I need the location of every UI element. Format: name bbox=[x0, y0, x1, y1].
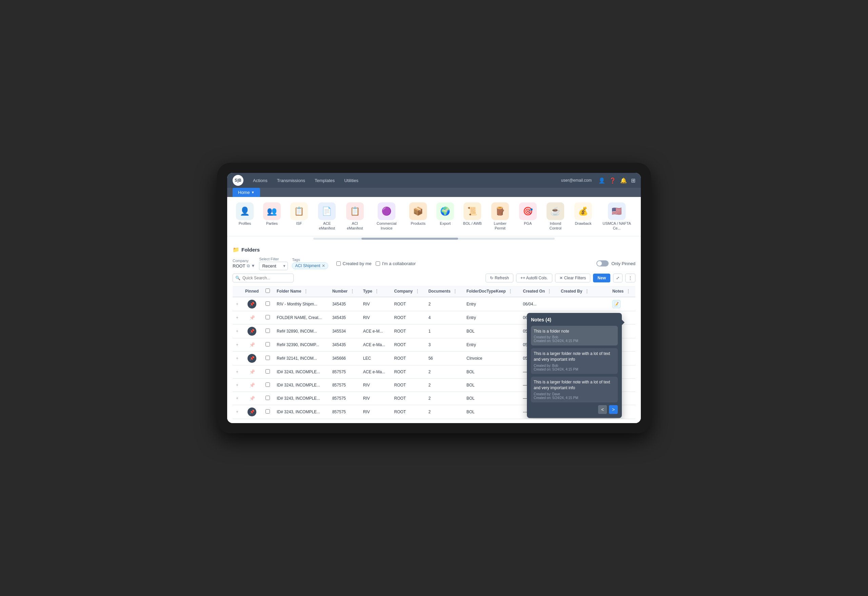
row-5-folder-name: ID# 3243, INCOMPLE... bbox=[273, 365, 329, 378]
quick-search-input[interactable] bbox=[233, 274, 294, 282]
collaborator-checkbox[interactable] bbox=[376, 261, 380, 266]
icon-pga[interactable]: 🎯 PGA bbox=[516, 201, 540, 232]
row-1-checkbox[interactable] bbox=[262, 311, 273, 324]
row-5-pinned[interactable]: 📌 bbox=[242, 365, 262, 378]
icon-export[interactable]: 🌍 Export bbox=[433, 201, 458, 232]
clear-filters-button[interactable]: ✕ Clear Filters bbox=[555, 274, 590, 282]
icon-bol-awb[interactable]: 📜 BOL / AWB bbox=[460, 201, 484, 232]
row-4-pinned[interactable]: 📌 bbox=[242, 351, 262, 365]
icon-profiles[interactable]: 👤 Profiles bbox=[233, 201, 257, 232]
row-0-note[interactable]: 📝 bbox=[609, 297, 635, 311]
row-1-pinned[interactable]: 📌 bbox=[242, 311, 262, 324]
row-3-expand[interactable]: + bbox=[233, 338, 242, 351]
col-folder-name-menu-icon[interactable]: ⋮ bbox=[304, 289, 308, 294]
row-checkbox[interactable] bbox=[266, 315, 270, 319]
select-filter-dropdown[interactable]: Recent All Archived bbox=[259, 262, 288, 270]
note-item-3[interactable]: This is a larger folder note with a lot … bbox=[531, 377, 618, 403]
row-0-folder-name: RIV - Monthly Shipm... bbox=[273, 297, 329, 311]
row-8-checkbox[interactable] bbox=[262, 405, 273, 419]
row-8-pinned[interactable]: 📌 bbox=[242, 405, 262, 419]
col-dtype-menu-icon[interactable]: ⋮ bbox=[508, 289, 512, 294]
note-button[interactable]: 📝 bbox=[613, 300, 620, 308]
icon-usmca[interactable]: 🇺🇸 USMCA / NAFTA Ce... bbox=[598, 201, 635, 232]
row-5-checkbox[interactable] bbox=[262, 365, 273, 378]
row-7-expand[interactable]: + bbox=[233, 392, 242, 405]
device-frame: S|B Actions Transmissions Templates Util… bbox=[217, 163, 651, 433]
col-createdby-menu-icon[interactable]: ⋮ bbox=[585, 289, 589, 294]
row-7-checkbox[interactable] bbox=[262, 392, 273, 405]
nav-transmissions[interactable]: Transmissions bbox=[273, 176, 309, 185]
row-7-pinned[interactable]: 📌 bbox=[242, 392, 262, 405]
row-checkbox[interactable] bbox=[266, 342, 270, 347]
row-6-checkbox[interactable] bbox=[262, 378, 273, 392]
icon-drawback[interactable]: 💰 Drawback bbox=[571, 201, 595, 232]
icon-products[interactable]: 📦 Products bbox=[406, 201, 430, 232]
icon-isf[interactable]: 📋 ISF bbox=[287, 201, 311, 232]
row-checkbox[interactable] bbox=[266, 395, 270, 400]
note-item-1[interactable]: This is a folder note Created by: Bob Cr… bbox=[531, 326, 618, 346]
help-icon[interactable]: ❓ bbox=[609, 177, 616, 184]
row-1-expand[interactable]: + bbox=[233, 311, 242, 324]
row-2-checkbox[interactable] bbox=[262, 324, 273, 338]
row-6-expand[interactable]: + bbox=[233, 378, 242, 392]
row-checkbox[interactable] bbox=[266, 356, 270, 360]
col-createdon-menu-icon[interactable]: ⋮ bbox=[547, 289, 551, 294]
row-checkbox[interactable] bbox=[266, 382, 270, 387]
autofill-cols-button[interactable]: ++ Autofil Cols. bbox=[516, 274, 552, 282]
icon-aci-emanifest[interactable]: 📋 ACI eManifest bbox=[343, 201, 368, 232]
home-tab[interactable]: Home ▼ bbox=[233, 188, 260, 197]
row-0-company: ROOT bbox=[391, 297, 425, 311]
nav-templates[interactable]: Templates bbox=[311, 176, 339, 185]
row-checkbox[interactable] bbox=[266, 301, 270, 306]
inbond-icon: ☕ bbox=[546, 202, 564, 220]
created-by-me-checkbox[interactable] bbox=[337, 261, 341, 266]
icon-parties[interactable]: 👥 Parties bbox=[260, 201, 284, 232]
row-0-pinned[interactable]: 📌 bbox=[242, 297, 262, 311]
row-3-pinned[interactable]: 📌 bbox=[242, 338, 262, 351]
select-all-checkbox[interactable] bbox=[266, 289, 270, 293]
tags-filter-group: Tags ACI Shipment ✕ bbox=[292, 258, 328, 269]
row-8-expand[interactable]: + bbox=[233, 405, 242, 419]
icon-lumber[interactable]: 🪵 Lumber Permit bbox=[487, 201, 513, 232]
icon-ace-emanifest[interactable]: 📄 ACE eManifest bbox=[314, 201, 340, 232]
copy-icon[interactable]: ⧉ bbox=[247, 263, 250, 268]
tag-remove-icon[interactable]: ✕ bbox=[322, 263, 325, 268]
user-profile-icon[interactable]: 👤 bbox=[598, 177, 605, 184]
horizontal-scrollbar[interactable] bbox=[227, 236, 641, 242]
col-notes-menu-icon[interactable]: ⋮ bbox=[626, 289, 630, 294]
filter-down-icon[interactable]: ▼ bbox=[251, 263, 255, 268]
icon-commercial-invoice[interactable]: 🟣 Commercial Invoice bbox=[370, 201, 403, 232]
refresh-button[interactable]: ↻ Refresh bbox=[486, 274, 513, 282]
icon-inbond[interactable]: ☕ Inbond Control bbox=[543, 201, 568, 232]
col-docs-menu-icon[interactable]: ⋮ bbox=[453, 289, 457, 294]
expand-button[interactable]: ⤢ bbox=[613, 274, 623, 282]
col-type-menu-icon[interactable]: ⋮ bbox=[375, 289, 379, 294]
more-options-button[interactable]: ⋮ bbox=[625, 274, 635, 282]
row-checkbox[interactable] bbox=[266, 409, 270, 414]
row-2-expand[interactable]: + bbox=[233, 324, 242, 338]
row-4-checkbox[interactable] bbox=[262, 351, 273, 365]
row-checkbox[interactable] bbox=[266, 369, 270, 373]
row-checkbox[interactable] bbox=[266, 329, 270, 333]
col-number-menu-icon[interactable]: ⋮ bbox=[350, 289, 354, 294]
grid-icon[interactable]: ⊞ bbox=[631, 177, 635, 184]
more-icon: ⋮ bbox=[628, 276, 632, 280]
notification-icon[interactable]: 🔔 bbox=[620, 177, 627, 184]
row-0-expand[interactable]: + bbox=[233, 297, 242, 311]
nav-actions[interactable]: Actions bbox=[249, 176, 272, 185]
row-6-doc-type: BOL bbox=[463, 378, 520, 392]
row-3-checkbox[interactable] bbox=[262, 338, 273, 351]
row-4-expand[interactable]: + bbox=[233, 351, 242, 365]
row-5-expand[interactable]: + bbox=[233, 365, 242, 378]
nav-utilities[interactable]: Utilities bbox=[340, 176, 362, 185]
new-button[interactable]: New bbox=[593, 274, 610, 282]
notes-prev-button[interactable]: < bbox=[598, 405, 607, 414]
col-company-menu-icon[interactable]: ⋮ bbox=[415, 289, 419, 294]
note-item-2[interactable]: This is a larger folder note with a lot … bbox=[531, 348, 618, 374]
row-6-pinned[interactable]: 📌 bbox=[242, 378, 262, 392]
only-pinned-toggle[interactable] bbox=[596, 260, 609, 267]
notes-next-button[interactable]: > bbox=[609, 405, 618, 414]
row-2-pinned[interactable]: 📌 bbox=[242, 324, 262, 338]
row-0-checkbox[interactable] bbox=[262, 297, 273, 311]
note-date-3: Created on: 5/24/24, 4:15 PM bbox=[534, 396, 615, 400]
